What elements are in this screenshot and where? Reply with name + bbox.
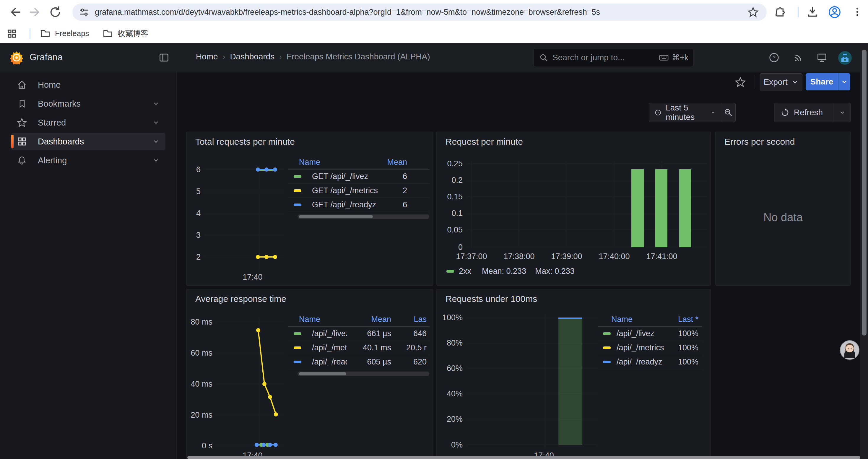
legend-table: Name Mean GET /api/_/livez 6 GET /api/_/…: [288, 155, 430, 212]
refresh-interval-chevron[interactable]: [834, 109, 850, 116]
legend-row[interactable]: GET /api/_/livez 6: [288, 169, 430, 184]
url-text[interactable]: grafana.mathmast.com/d/deytv4rwavabkb/fr…: [95, 8, 747, 17]
legend-row[interactable]: /api/_/livez 661 µs 646: [288, 327, 430, 341]
breadcrumb: Home › Dashboards › Freeleaps Metrics Da…: [196, 52, 430, 61]
y-tick: 60%: [447, 364, 463, 373]
extensions-icon[interactable]: [773, 5, 786, 18]
panel-errors-per-second[interactable]: Errors per second No data: [715, 132, 851, 286]
panel-avg-response-time[interactable]: Average response time 80 ms 60 ms 40 ms …: [186, 289, 433, 459]
breadcrumb-home[interactable]: Home: [196, 52, 218, 61]
sidebar-item-alerting[interactable]: Alerting: [11, 152, 165, 169]
breadcrumb-dashboards[interactable]: Dashboards: [230, 52, 275, 61]
chevron-down-icon[interactable]: [152, 138, 159, 145]
home-icon: [17, 79, 27, 90]
y-tick: 0.15: [447, 192, 463, 201]
series-color-yellow: [294, 189, 301, 192]
profile-icon[interactable]: [828, 5, 841, 19]
active-indicator: [11, 135, 13, 148]
panel-request-per-minute[interactable]: Request per minute 0.25 0.2 0.15 0.1 0.0…: [436, 132, 711, 286]
col-name[interactable]: Name: [611, 315, 678, 324]
series-color-yellow: [294, 347, 301, 349]
menu-kebab-icon[interactable]: [851, 5, 864, 18]
horizontal-scrollbar-thumb[interactable]: [187, 456, 860, 459]
star-icon: [17, 117, 27, 128]
keyboard-shortcut: ⌘+k: [659, 53, 688, 63]
sidebar: Home Bookmarks Starred Dashboards Alerti…: [0, 72, 177, 459]
col-mean[interactable]: Mean: [387, 158, 430, 167]
legend-table: Name Last * /api/_/livez 100% /api/_/met…: [598, 312, 702, 369]
y-tick: 0: [458, 243, 463, 252]
legend-row[interactable]: /api/_/livez 100%: [598, 327, 702, 341]
legend-scrollbar[interactable]: [298, 215, 429, 219]
col-last[interactable]: Las: [391, 315, 430, 324]
share-button[interactable]: Share: [806, 73, 850, 90]
reload-icon[interactable]: [49, 5, 62, 19]
user-avatar[interactable]: [838, 51, 852, 65]
y-tick: 3: [196, 231, 200, 239]
legend-row[interactable]: /api/_/metrics 100%: [598, 341, 702, 355]
legend[interactable]: 2xx Mean: 0.233 Max: 0.233: [446, 267, 575, 276]
area-cap: [558, 318, 582, 319]
monitor-icon[interactable]: [816, 52, 828, 63]
help-icon[interactable]: ?: [769, 52, 780, 63]
chevron-down-icon[interactable]: [152, 100, 159, 107]
bookmark-folder-blogs[interactable]: 收藏博客: [102, 28, 148, 39]
assistant-avatar[interactable]: [840, 340, 860, 360]
legend-row[interactable]: GET /api/_/readyz 6: [288, 198, 430, 212]
y-tick: 0.05: [447, 225, 463, 234]
legend-row[interactable]: GET /api/_/metrics 2: [288, 184, 430, 198]
screen: grafana.mathmast.com/d/deytv4rwavabkb/fr…: [0, 0, 868, 459]
sidebar-collapse-icon[interactable]: [158, 52, 169, 63]
search-input[interactable]: Search or jump to... ⌘+k: [533, 48, 693, 67]
bookmarks-divider: [30, 28, 30, 39]
sidebar-item-starred[interactable]: Starred: [11, 114, 165, 131]
sidebar-item-bookmarks[interactable]: Bookmarks: [11, 95, 165, 112]
col-last[interactable]: Last *: [678, 315, 702, 324]
bookmark-star-icon[interactable]: [747, 6, 759, 18]
legend-header-row: Name Mean: [288, 155, 430, 169]
chevron-down-icon[interactable]: [152, 157, 159, 164]
bookmark-folder-freeleaps[interactable]: Freeleaps: [39, 28, 89, 39]
refresh-button[interactable]: Refresh: [774, 103, 834, 122]
bookmarks-bar: Freeleaps 收藏博客: [0, 24, 868, 43]
y-tick: 4: [196, 209, 200, 218]
news-rss-icon[interactable]: [793, 52, 804, 63]
time-range-picker[interactable]: Last 5 minutes: [649, 103, 721, 122]
apps-grid-icon[interactable]: [6, 28, 17, 39]
legend-row[interactable]: /api/_/metrics 40.1 ms 20.5 r: [288, 341, 430, 355]
y-tick: 0.2: [452, 176, 463, 185]
favorite-star-icon[interactable]: [735, 76, 746, 88]
sidebar-item-dashboards[interactable]: Dashboards: [11, 133, 165, 150]
scrollbar-thumb[interactable]: [862, 50, 867, 335]
legend-scrollbar[interactable]: [298, 371, 429, 376]
panel-total-requests[interactable]: Total requests per minute 6 5 4 3 2 17:4…: [186, 132, 433, 286]
share-menu-chevron[interactable]: [838, 78, 850, 85]
col-name[interactable]: Name: [299, 158, 387, 167]
col-name[interactable]: Name: [299, 315, 347, 324]
x-tick: 17:37:00: [456, 252, 487, 261]
bars: [631, 169, 691, 247]
toolbar-divider: [798, 7, 799, 18]
site-settings-icon[interactable]: [79, 7, 90, 18]
sidebar-item-home[interactable]: Home: [11, 76, 165, 93]
y-tick: 40 ms: [191, 380, 212, 388]
grafana-logo[interactable]: [10, 51, 23, 64]
export-button[interactable]: Export: [760, 73, 802, 91]
chevron-down-icon[interactable]: [152, 119, 159, 126]
no-data-message: No data: [716, 211, 850, 224]
y-tick: 2: [196, 253, 200, 261]
panel-under-100ms[interactable]: Requests under 100ms 100% 80% 60% 40% 20…: [436, 289, 711, 459]
legend-row[interactable]: /api/_/readyz 605 µs 620: [288, 355, 430, 369]
downloads-icon[interactable]: [806, 5, 819, 18]
forward-icon[interactable]: [28, 5, 42, 19]
clock-icon: [654, 108, 661, 117]
panel-title[interactable]: Errors per second: [724, 137, 795, 147]
zoom-out-button[interactable]: [721, 108, 735, 117]
back-icon[interactable]: [8, 5, 22, 19]
refresh-group: Refresh: [774, 103, 851, 122]
chevron-down-icon: [841, 78, 848, 85]
address-bar[interactable]: grafana.mathmast.com/d/deytv4rwavabkb/fr…: [72, 4, 767, 21]
legend-row[interactable]: /api/_/readyz 100%: [598, 355, 702, 369]
bookmark-icon: [17, 99, 27, 109]
col-mean[interactable]: Mean: [347, 315, 391, 324]
